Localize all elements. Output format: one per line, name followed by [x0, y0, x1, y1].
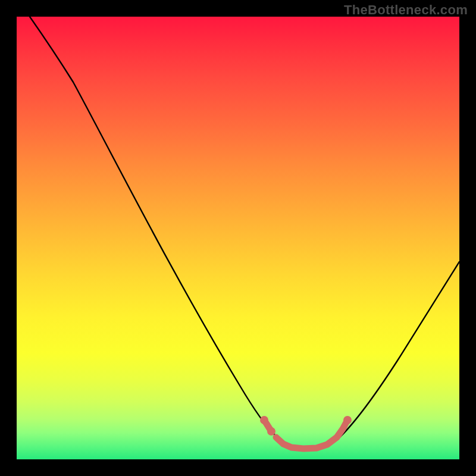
bottleneck-curve	[30, 17, 459, 449]
watermark-text: TheBottleneck.com	[344, 2, 468, 18]
plot-area	[17, 17, 459, 459]
marker-dot-2	[267, 427, 275, 436]
chart-frame: TheBottleneck.com	[0, 0, 476, 476]
marker-dot-start	[260, 416, 268, 424]
marker-dot-end	[343, 416, 352, 424]
optimal-zone-marker	[264, 420, 347, 449]
curve-overlay	[17, 17, 459, 459]
